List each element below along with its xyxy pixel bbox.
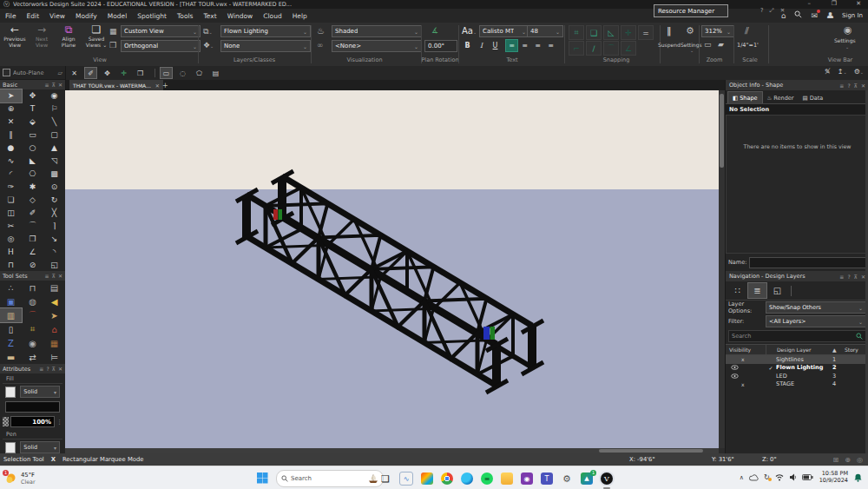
canvas-vertical-scrollbar[interactable]: [719, 90, 725, 448]
name-input[interactable]: [749, 257, 866, 268]
pen-style-dropdown[interactable]: Solid▾: [20, 441, 60, 453]
palette-dock-icon[interactable]: ⤢: [769, 7, 773, 14]
opacity-field[interactable]: 100%: [10, 416, 55, 427]
fit-objects-icon[interactable]: ▭: [704, 40, 712, 49]
active-layer-dropdown[interactable]: Flown Lighting⌄: [220, 25, 311, 37]
menu-view[interactable]: View: [44, 9, 70, 23]
drawing-canvas[interactable]: [65, 90, 719, 448]
next-view-button[interactable]: → NextView: [30, 24, 54, 48]
palette-close-icon[interactable]: ✕: [58, 366, 62, 372]
arc-dimension-tool[interactable]: ◝: [43, 245, 65, 258]
palette-close-icon[interactable]: ✕: [58, 273, 62, 279]
freehand-tool[interactable]: ∿: [0, 155, 22, 168]
notification-bell-icon[interactable]: [854, 473, 862, 482]
tab-data[interactable]: ▤Data: [798, 92, 827, 103]
layer-row-stage[interactable]: x STAGE 4: [726, 380, 868, 389]
render-style-dropdown[interactable]: <None>⌄: [332, 40, 422, 52]
camera-app[interactable]: ◉: [521, 472, 533, 485]
menu-tools[interactable]: Tools: [172, 9, 198, 23]
lighting-toolset-icon[interactable]: ◍: [22, 294, 43, 308]
fill-color-button[interactable]: [5, 401, 60, 413]
filter-dropdown[interactable]: <All Layers>⌄: [766, 315, 866, 327]
video-screen-toolset-icon[interactable]: ▣: [0, 294, 22, 308]
palette-close-icon[interactable]: ✕: [861, 83, 865, 89]
view-bar-settings-label[interactable]: Settings: [834, 37, 856, 43]
align-left-button[interactable]: ≡: [505, 39, 518, 52]
underline-button[interactable]: U: [489, 39, 502, 52]
audio-toolset-icon[interactable]: ◀: [43, 294, 65, 308]
font-size-dropdown[interactable]: 48⌄: [527, 25, 563, 37]
text-tool[interactable]: T: [22, 102, 43, 116]
double-line-tool[interactable]: ∥: [0, 129, 22, 142]
plan-rotation-field[interactable]: 0.00°: [424, 40, 457, 52]
palette-pin-icon[interactable]: ⊼: [52, 82, 56, 88]
saved-views-button[interactable]: ❏ SavedViews ⌄: [83, 24, 109, 48]
dimension-toolset-icon[interactable]: ⇄: [22, 350, 43, 364]
palette-help-icon[interactable]: ?: [760, 7, 763, 14]
mirror-tool[interactable]: ◫: [0, 206, 22, 219]
plane-mode-icon[interactable]: ▱: [58, 69, 62, 76]
settings-app[interactable]: ⚙: [561, 472, 573, 485]
palette-help-icon[interactable]: ?: [46, 366, 49, 372]
machinery-toolset-icon[interactable]: ➤: [43, 308, 65, 322]
document-tab[interactable]: THAT TOUR.vwx - WATERMA... ✕: [69, 80, 163, 90]
truss-run-toolset-icon[interactable]: ▤: [43, 281, 65, 294]
snap-to-object-icon[interactable]: ❑: [586, 25, 602, 40]
spotify[interactable]: ≡: [481, 472, 493, 485]
sort-ascending-icon[interactable]: ▲: [832, 347, 845, 353]
smart-point-icon[interactable]: ⌐: [569, 41, 584, 56]
polygon-marquee-mode-icon[interactable]: ⬠: [193, 67, 206, 79]
active-class-icon[interactable]: ❖⌄: [203, 41, 214, 50]
palette-menu-icon[interactable]: ≡: [39, 366, 43, 372]
new-tab-button[interactable]: +: [162, 82, 168, 89]
palette-pin-icon[interactable]: ⊼: [52, 366, 56, 372]
interactive-scaling-mode-icon[interactable]: ✐: [84, 67, 97, 79]
pen-swatch[interactable]: [5, 442, 16, 453]
align-center-button[interactable]: ≡: [518, 39, 531, 52]
plan-rotation-icon[interactable]: ∡: [431, 26, 438, 35]
move-by-points-tool[interactable]: ✐: [22, 206, 43, 219]
mode-x-label[interactable]: X: [51, 456, 56, 463]
sync-icon[interactable]: ↻: [764, 473, 770, 481]
circle-tool[interactable]: ●: [0, 142, 22, 155]
tab-sheet-layers[interactable]: ◱: [768, 283, 786, 298]
render-mode-dropdown[interactable]: Shaded⌄: [332, 25, 422, 37]
spiral-tool[interactable]: ◎: [0, 232, 22, 245]
delete-vertex-tool[interactable]: ✕: [0, 116, 22, 129]
grid-toggle-icon[interactable]: ⊞: [833, 456, 839, 464]
snap-tangent-icon[interactable]: ⌒: [603, 41, 619, 56]
section-toolset-icon[interactable]: Z: [0, 336, 22, 350]
basic-palette-header[interactable]: Basic ≡ ⊼ ✕: [0, 80, 65, 89]
object-info-header[interactable]: Object Info - Shape ≡ ? ⊼ ✕: [726, 80, 868, 90]
visibility-eye-icon[interactable]: [731, 373, 739, 379]
fasteners-toolset-icon[interactable]: ∴: [0, 281, 22, 294]
camera-toolset-icon[interactable]: ◉: [22, 336, 43, 350]
visibility-x-icon[interactable]: x: [741, 381, 745, 387]
tab-shape[interactable]: ◧Shape: [727, 91, 763, 103]
menu-file[interactable]: File: [0, 9, 22, 23]
trim-tool[interactable]: ✂: [0, 219, 22, 232]
wifi-icon[interactable]: [775, 473, 784, 481]
snap-to-angle-icon[interactable]: ◺: [603, 25, 619, 40]
view-bar-settings-icon[interactable]: ◉: [844, 24, 852, 36]
battery-icon[interactable]: [802, 474, 813, 480]
font-dropdown[interactable]: Calisto MT⌄: [479, 25, 529, 37]
eyedropper-tool[interactable]: ✑: [0, 180, 22, 193]
chrome[interactable]: [441, 472, 453, 485]
magnifier-icon[interactable]: ◎: [857, 456, 863, 464]
user-icon[interactable]: 👤︎: [826, 11, 834, 20]
offset-curve-tool[interactable]: ◜: [0, 168, 22, 181]
snap-loci-icon[interactable]: ∠: [621, 41, 636, 56]
translate-view-tool[interactable]: ⬙: [22, 116, 43, 129]
projection-icon[interactable]: ❒: [109, 41, 116, 50]
palette-pin-icon[interactable]: ⊼: [854, 83, 858, 89]
system-monitor[interactable]: ∿: [399, 472, 413, 486]
polyline-tool[interactable]: ◹: [43, 155, 65, 168]
span-tool[interactable]: H: [0, 245, 22, 258]
deselect-mode-icon[interactable]: ✕: [68, 67, 81, 79]
sign-in-link[interactable]: Sign In: [842, 12, 863, 19]
text-style-icon[interactable]: Aa⌄: [462, 26, 477, 36]
menu-spotlight[interactable]: Spotlight: [132, 9, 172, 23]
connect-combine-tool[interactable]: ↘: [43, 232, 65, 245]
start-button[interactable]: [257, 472, 262, 478]
